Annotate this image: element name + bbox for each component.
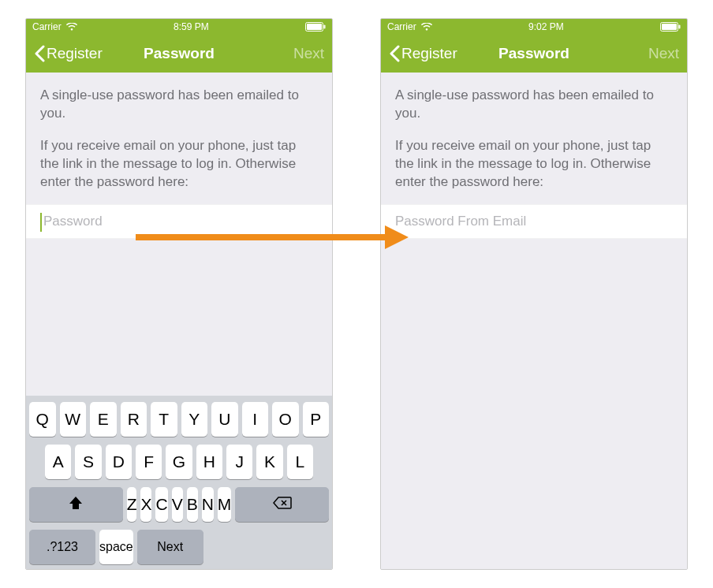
wifi-icon xyxy=(421,23,432,31)
svg-rect-4 xyxy=(662,24,677,30)
phone-right: Carrier 9:02 PM Register Password Next A… xyxy=(380,18,688,570)
nav-bar: Register Password Next xyxy=(26,35,332,73)
password-input-row[interactable] xyxy=(381,204,687,239)
key-b[interactable]: B xyxy=(187,487,198,522)
back-button[interactable]: Register xyxy=(389,45,457,62)
key-x[interactable]: X xyxy=(140,487,151,522)
key-l[interactable]: L xyxy=(287,445,313,479)
key-w[interactable]: W xyxy=(60,402,87,437)
key-r[interactable]: R xyxy=(121,402,147,437)
page-title: Password xyxy=(144,45,215,62)
keyboard-row-1: Q W E R T Y U I O P xyxy=(29,402,329,437)
delete-key[interactable] xyxy=(235,487,329,522)
password-input-row[interactable] xyxy=(26,204,332,239)
shift-icon xyxy=(68,495,84,514)
key-k[interactable]: K xyxy=(256,445,282,479)
shift-key[interactable] xyxy=(29,487,123,522)
next-button[interactable]: Next xyxy=(293,45,324,62)
back-label: Register xyxy=(401,45,457,62)
next-button[interactable]: Next xyxy=(648,45,679,62)
space-key[interactable]: space xyxy=(99,530,133,564)
nav-bar: Register Password Next xyxy=(381,35,687,73)
key-y[interactable]: Y xyxy=(181,402,208,437)
key-q[interactable]: Q xyxy=(29,402,56,437)
keyboard: Q W E R T Y U I O P A S D F G H J K L xyxy=(26,396,332,569)
symbols-key[interactable]: .?123 xyxy=(29,530,95,564)
instructions: A single-use password has been emailed t… xyxy=(26,73,332,204)
key-a[interactable]: A xyxy=(45,445,71,479)
page-title: Password xyxy=(498,45,569,62)
body: A single-use password has been emailed t… xyxy=(381,73,687,569)
instructions: A single-use password has been emailed t… xyxy=(381,73,687,204)
backspace-icon xyxy=(273,495,292,514)
key-o[interactable]: O xyxy=(272,402,299,437)
keyboard-row-2: A S D F G H J K L xyxy=(29,445,329,479)
key-u[interactable]: U xyxy=(211,402,238,437)
key-s[interactable]: S xyxy=(75,445,101,479)
key-f[interactable]: F xyxy=(136,445,162,479)
status-bar: Carrier 8:59 PM xyxy=(26,19,332,35)
key-n[interactable]: N xyxy=(202,487,214,522)
key-t[interactable]: T xyxy=(151,402,177,437)
key-h[interactable]: H xyxy=(196,445,222,479)
instructions-line1: A single-use password has been emailed t… xyxy=(40,87,318,123)
key-j[interactable]: J xyxy=(226,445,252,479)
wifi-icon xyxy=(66,23,77,31)
time-label: 8:59 PM xyxy=(174,21,209,32)
key-g[interactable]: G xyxy=(166,445,192,479)
svg-rect-2 xyxy=(324,25,326,29)
phone-left: Carrier 8:59 PM Register Password Next A… xyxy=(25,18,333,570)
instructions-line2: If you receive email on your phone, just… xyxy=(40,137,318,192)
key-i[interactable]: I xyxy=(242,402,269,437)
status-bar: Carrier 9:02 PM xyxy=(381,19,687,35)
key-v[interactable]: V xyxy=(172,487,183,522)
battery-icon xyxy=(305,22,326,32)
svg-rect-1 xyxy=(307,24,322,30)
svg-rect-5 xyxy=(679,25,681,29)
instructions-line1: A single-use password has been emailed t… xyxy=(395,87,673,123)
keyboard-row-3: Z X C V B N M xyxy=(29,487,329,522)
key-e[interactable]: E xyxy=(90,402,117,437)
key-p[interactable]: P xyxy=(303,402,330,437)
key-d[interactable]: D xyxy=(106,445,132,479)
keyboard-row-4: .?123 space Next xyxy=(29,530,329,564)
chevron-left-icon xyxy=(34,45,45,62)
carrier-label: Carrier xyxy=(32,21,62,32)
body: A single-use password has been emailed t… xyxy=(26,73,332,569)
battery-icon xyxy=(660,22,681,32)
chevron-left-icon xyxy=(389,45,400,62)
back-label: Register xyxy=(47,45,103,62)
return-key[interactable]: Next xyxy=(137,530,203,564)
back-button[interactable]: Register xyxy=(34,45,103,62)
key-m[interactable]: M xyxy=(218,487,232,522)
time-label: 9:02 PM xyxy=(528,21,564,32)
carrier-label: Carrier xyxy=(387,21,416,32)
text-cursor xyxy=(40,213,42,232)
key-c[interactable]: C xyxy=(155,487,167,522)
instructions-line2: If you receive email on your phone, just… xyxy=(395,137,673,192)
password-field[interactable] xyxy=(40,214,318,229)
key-z[interactable]: Z xyxy=(127,487,137,522)
password-field[interactable] xyxy=(395,214,673,229)
